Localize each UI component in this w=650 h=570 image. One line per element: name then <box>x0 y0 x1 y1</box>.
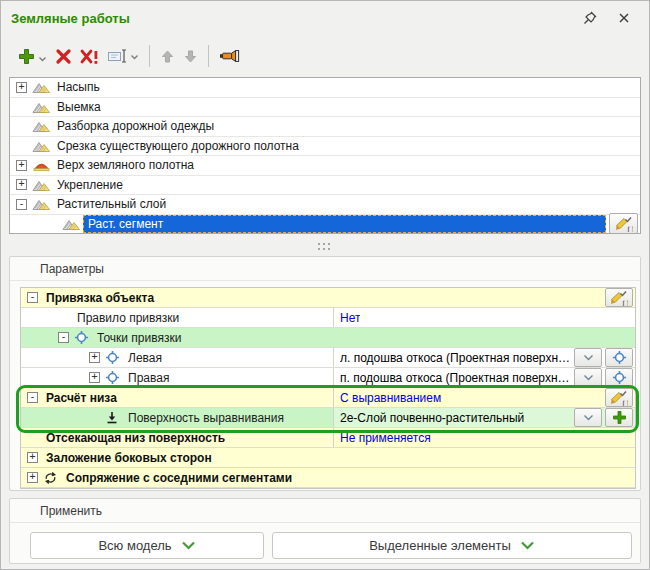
dome-icon <box>32 158 53 172</box>
apply-style-button[interactable]: [] <box>605 388 633 407</box>
arrow-up-icon <box>160 49 175 64</box>
expand-toggle[interactable]: - <box>16 199 27 210</box>
expand-toggle[interactable]: + <box>27 452 38 463</box>
rename-button[interactable] <box>103 45 143 67</box>
add-button[interactable] <box>13 44 51 69</box>
expand-toggle[interactable]: + <box>16 179 27 190</box>
param-label: Левая <box>125 351 165 365</box>
pick-point-button[interactable] <box>605 348 633 367</box>
param-value: Нет <box>340 311 360 325</box>
dropdown-button[interactable] <box>574 408 602 427</box>
expand-toggle[interactable]: - <box>27 292 38 303</box>
param-row[interactable]: +Праваяп. подошва откоса (Проектная пове… <box>21 368 635 388</box>
titlebar-icons <box>581 9 633 27</box>
param-row[interactable]: -Привязка объекта[] <box>21 288 635 308</box>
chevron-down-icon[interactable] <box>130 54 139 64</box>
svg-text:[]: [] <box>622 299 629 306</box>
tree-item-label: Верх земляного полотна <box>53 157 198 173</box>
param-label: Точки привязки <box>94 331 184 345</box>
param-row[interactable]: Поверхность выравнивания2е-Слой почвенно… <box>21 408 635 428</box>
tree-item[interactable]: Разборка дорожной одежды <box>10 117 640 137</box>
crosshair-icon <box>105 370 125 385</box>
chevron-down-icon <box>520 538 535 553</box>
param-value: Не применяется <box>340 431 431 445</box>
tree-item[interactable]: -Растительный слой <box>10 195 640 215</box>
delete-x-icon <box>55 48 72 65</box>
param-row[interactable]: -Точки привязки <box>21 328 635 348</box>
flashlight-icon <box>219 49 241 63</box>
param-row[interactable]: -Расчёт низаС выравниванием[] <box>21 388 635 408</box>
tree-item[interactable]: Выемка <box>10 98 640 118</box>
param-row[interactable]: +Сопряжение с соседними сегментами <box>21 468 635 488</box>
expand-toggle[interactable]: - <box>27 392 38 403</box>
sync-icon <box>43 471 63 485</box>
rename-icon <box>107 48 128 64</box>
mound-icon <box>32 100 53 114</box>
apply-style-button[interactable]: [] <box>605 288 633 307</box>
expand-toggle[interactable]: + <box>89 372 100 383</box>
tree-item[interactable]: Срезка существующего дорожного полотна <box>10 137 640 157</box>
delete-warning-button[interactable] <box>76 45 103 68</box>
parameters-group: Параметры -Привязка объекта[]Правило при… <box>9 256 641 491</box>
apply-selected-elements-button[interactable]: Выделенные элементы <box>272 532 632 559</box>
chevron-down-icon <box>181 538 196 553</box>
tree-item[interactable]: +Укрепление <box>10 176 640 196</box>
toolbar-separator <box>149 45 150 67</box>
delete-x-warning-icon <box>80 48 99 65</box>
param-name-cell: +Сопряжение с соседними сегментами <box>21 468 333 487</box>
param-name-cell: -Расчёт низа <box>21 388 333 407</box>
param-label: Привязка объекта <box>43 291 157 305</box>
param-controls <box>571 348 635 367</box>
splitter-handle[interactable] <box>1 241 649 254</box>
expand-toggle[interactable]: + <box>89 352 100 363</box>
dropdown-button[interactable] <box>574 348 602 367</box>
highlight-button[interactable] <box>215 46 245 66</box>
close-icon[interactable] <box>615 9 633 27</box>
param-row[interactable]: Правило привязкиНет <box>21 308 635 328</box>
expand-toggle[interactable]: + <box>16 82 27 93</box>
param-row[interactable]: +Леваял. подошва откоса (Проектная повер… <box>21 348 635 368</box>
param-label: Расчёт низа <box>43 391 120 405</box>
expand-toggle[interactable]: - <box>58 332 69 343</box>
apply-style-button[interactable]: [] <box>609 213 638 234</box>
add-surface-button[interactable] <box>605 408 633 427</box>
chevron-down-icon[interactable] <box>38 56 47 66</box>
param-row[interactable]: +Заложение боковых сторон <box>21 448 635 468</box>
tree-item-label: Растительный слой <box>53 196 170 212</box>
param-label: Сопряжение с соседними сегментами <box>63 471 295 485</box>
param-name-cell: Отсекающая низ поверхность <box>21 428 333 447</box>
param-value: п. подошва откоса (Проектная поверхность… <box>340 371 571 385</box>
param-name-cell: +Заложение боковых сторон <box>21 448 333 467</box>
param-controls: [] <box>602 288 635 307</box>
move-down-button <box>179 46 202 67</box>
parameters-title: Параметры <box>10 257 640 281</box>
mound-icon <box>32 197 53 211</box>
param-value-cell: [] <box>333 288 635 307</box>
tree-item-label: Разборка дорожной одежды <box>53 118 218 134</box>
splitter-dots-icon <box>318 243 333 253</box>
delete-button[interactable] <box>51 45 76 68</box>
param-name-cell: Правило привязки <box>21 308 333 327</box>
param-label: Правая <box>125 371 172 385</box>
pick-point-button[interactable] <box>605 368 633 387</box>
apply-title: Применить <box>10 499 640 523</box>
apply-button-label: Выделенные элементы <box>369 538 511 553</box>
tree-item[interactable]: +Насыпь <box>10 78 640 98</box>
dropdown-button[interactable] <box>574 368 602 387</box>
tree-item[interactable]: +Верх земляного полотна <box>10 156 640 176</box>
tree-item-label: Срезка существующего дорожного полотна <box>53 138 303 154</box>
mound-icon <box>32 80 53 94</box>
param-label: Заложение боковых сторон <box>43 451 215 465</box>
tree-item[interactable]: Раст. сегмент[] <box>10 215 640 235</box>
tree-item-label: Насыпь <box>53 79 104 95</box>
tree-item-label: Выемка <box>53 99 105 115</box>
param-name-cell: +Левая <box>21 348 333 367</box>
param-value-cell <box>333 448 635 467</box>
param-name-cell: -Точки привязки <box>21 328 333 347</box>
param-row[interactable]: Отсекающая низ поверхностьНе применяется <box>21 428 635 448</box>
pin-icon[interactable] <box>581 9 599 27</box>
apply-whole-model-button[interactable]: Всю модель <box>30 532 264 559</box>
param-value-cell: Нет <box>333 308 635 327</box>
expand-toggle[interactable]: + <box>27 472 38 483</box>
expand-toggle[interactable]: + <box>16 160 27 171</box>
